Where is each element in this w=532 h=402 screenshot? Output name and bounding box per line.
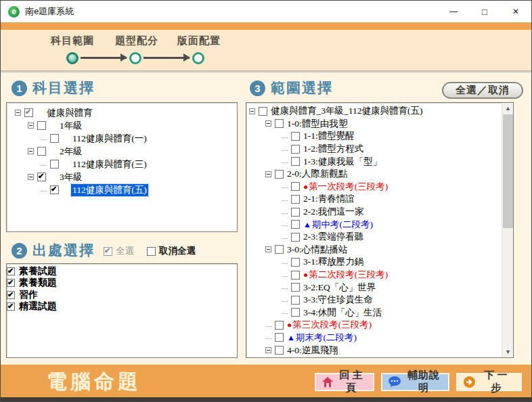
checkbox[interactable] <box>37 147 46 156</box>
tree-row[interactable]: 3-1:釋放壓力鍋 <box>246 256 502 269</box>
help-button[interactable]: 輔助說明 <box>381 373 449 391</box>
tree-label[interactable]: 2-3:雲端停看聽 <box>302 231 365 243</box>
tree-label[interactable]: 精選試題 <box>18 300 58 313</box>
tree-label[interactable]: 3年級 <box>58 171 84 183</box>
collapse-icon[interactable] <box>28 174 34 180</box>
tree-row[interactable]: 112健康與體育(五) <box>7 183 237 196</box>
close-button[interactable]: ✕ <box>500 1 531 22</box>
next-step-button[interactable]: 下一步 <box>456 373 522 391</box>
checkbox[interactable] <box>291 271 300 280</box>
tree-label[interactable]: 3-4:休閒「心」生活 <box>302 307 383 319</box>
tree-row[interactable]: 2-1:青春情誼 <box>246 193 502 206</box>
checkbox[interactable] <box>275 170 284 179</box>
checkbox[interactable] <box>50 134 59 143</box>
checkbox[interactable] <box>291 145 300 154</box>
tree-label[interactable]: 112健康與體育(一) <box>71 133 148 145</box>
tree-row[interactable]: 1年級 <box>7 119 237 132</box>
tree-row[interactable]: ●第二次段考(三段考) <box>246 269 502 282</box>
tree-label[interactable]: 素養類題 <box>18 277 58 289</box>
tree-label[interactable]: 3-3:守住珍貴生命 <box>302 294 374 306</box>
checkbox[interactable] <box>37 173 46 181</box>
checkbox[interactable] <box>291 157 300 166</box>
tree-row[interactable]: 精選試題 <box>7 301 237 313</box>
tree-label[interactable]: 1-1:體型覺醒 <box>302 130 356 142</box>
tree-row[interactable]: 4-0:逆風飛翔 <box>246 344 502 357</box>
checkbox[interactable] <box>291 233 300 242</box>
tree-label[interactable]: 3-2:EQ「心」世界 <box>302 282 377 294</box>
tree-row[interactable]: 112健康與體育(三) <box>7 158 237 171</box>
scroll-up-icon[interactable]: ▲ <box>502 103 514 114</box>
collapse-icon[interactable] <box>265 347 271 353</box>
tree-label[interactable]: 素養試題 <box>18 265 58 277</box>
tree-row[interactable]: 素養類題 <box>7 277 237 290</box>
checkbox[interactable] <box>259 107 267 116</box>
checkbox[interactable] <box>7 291 15 299</box>
checkbox[interactable] <box>291 296 300 305</box>
tree-row[interactable]: 2年級 <box>7 145 237 158</box>
source-listbox[interactable]: 素養試題素養類題習作精選試題 <box>6 263 238 358</box>
tree-row[interactable]: 3-3:守住珍貴生命 <box>246 294 502 307</box>
tree-row[interactable]: 1-3:健康我最「型」 <box>246 155 502 168</box>
checkbox[interactable] <box>291 208 300 217</box>
home-button[interactable]: 回主頁 <box>315 373 374 391</box>
tree-row[interactable]: 1-1:體型覺醒 <box>246 130 502 143</box>
tree-label[interactable]: 健康與體育 <box>45 107 94 119</box>
tree-label[interactable]: 2-0:人際新觀點 <box>286 168 349 180</box>
checkbox[interactable] <box>7 279 15 287</box>
range-tree-listbox[interactable]: 健康與體育_3年級_112健康與體育(五)1-0:體型由我塑1-1:體型覺醒1-… <box>246 102 514 358</box>
checkbox[interactable] <box>291 308 300 317</box>
scrollbar-thumb[interactable] <box>503 114 513 228</box>
tree-label[interactable]: ●第一次段考(三段考) <box>302 181 389 193</box>
tree-row[interactable]: 2-0:人際新觀點 <box>246 168 502 181</box>
tree-row[interactable]: 3-2:EQ「心」世界 <box>246 281 502 294</box>
checkbox[interactable] <box>275 321 284 330</box>
tree-label[interactable]: 1-0:體型由我塑 <box>286 118 349 130</box>
tree-label[interactable]: ●第二次段考(三段考) <box>302 269 389 281</box>
tree-label[interactable]: 2-1:青春情誼 <box>302 193 356 205</box>
collapse-icon[interactable] <box>28 122 34 129</box>
checkbox[interactable] <box>275 333 284 342</box>
tree-label[interactable]: 1年級 <box>58 120 84 132</box>
tree-label[interactable]: 健康與體育_3年級_112健康與體育(五) <box>269 105 424 117</box>
tree-label[interactable]: 112健康與體育(五) <box>71 184 148 196</box>
tree-label[interactable]: 2年級 <box>58 146 84 158</box>
checkbox[interactable] <box>7 267 15 275</box>
collapse-icon[interactable] <box>28 148 34 154</box>
checkbox[interactable] <box>291 132 300 141</box>
collapse-icon[interactable] <box>265 246 271 252</box>
select-all-checkbox[interactable] <box>104 247 112 256</box>
tree-row[interactable]: 112健康與體育(一) <box>7 132 237 145</box>
tree-label[interactable]: 習作 <box>18 289 39 301</box>
select-all-toggle-button[interactable]: 全選／取消 <box>442 82 523 99</box>
tree-row[interactable]: 習作 <box>7 289 237 301</box>
tree-row[interactable]: 2-2:我們這一家 <box>246 206 502 219</box>
tree-label[interactable]: ▲期中考(二段考) <box>302 219 374 231</box>
deselect-all-checkbox[interactable] <box>147 247 156 256</box>
tree-row[interactable]: 1-0:體型由我塑 <box>246 118 502 131</box>
tree-row[interactable]: ▲期末考(二段考) <box>246 332 502 344</box>
checkbox[interactable] <box>50 160 59 169</box>
maximize-button[interactable]: □ <box>469 1 500 22</box>
tree-row[interactable]: 3-0:心情點播站 <box>246 244 502 256</box>
checkbox[interactable] <box>291 283 300 292</box>
tree-row[interactable]: ●第三次段考(三段考) <box>246 319 502 332</box>
tree-row[interactable]: 素養試題 <box>7 265 237 277</box>
scrollbar[interactable]: ▲ ▼ <box>502 103 513 357</box>
collapse-icon[interactable] <box>265 120 271 127</box>
tree-row[interactable]: 健康與體育 <box>7 106 237 119</box>
tree-label[interactable]: ▲期末考(二段考) <box>286 332 358 344</box>
tree-row[interactable]: 1-2:體型方程式 <box>246 143 502 156</box>
checkbox[interactable] <box>275 119 284 128</box>
tree-label[interactable]: 4-0:逆風飛翔 <box>286 344 340 357</box>
tree-label[interactable]: 2-2:我們這一家 <box>302 206 365 218</box>
tree-label[interactable]: 112健康與體育(三) <box>71 158 148 171</box>
collapse-icon[interactable] <box>249 108 255 114</box>
tree-row[interactable]: ●第一次段考(三段考) <box>246 181 502 194</box>
collapse-icon[interactable] <box>265 171 271 177</box>
minimize-button[interactable]: — <box>438 1 469 22</box>
tree-row[interactable]: ▲期中考(二段考) <box>246 218 502 231</box>
checkbox[interactable] <box>291 220 300 229</box>
collapse-icon[interactable] <box>15 110 21 116</box>
checkbox[interactable] <box>50 185 59 194</box>
tree-label[interactable]: 3-1:釋放壓力鍋 <box>302 256 365 268</box>
